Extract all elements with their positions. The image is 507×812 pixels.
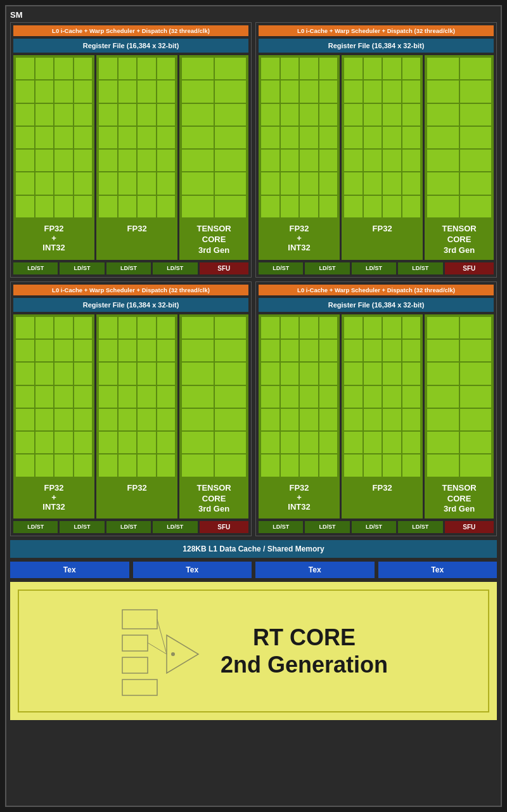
cell: [383, 172, 401, 194]
cell: [281, 432, 299, 453]
rt-core-section: RT CORE 2nd Generation: [10, 582, 497, 720]
fp32-int32-grid-1: [13, 55, 94, 220]
cell: [319, 409, 338, 430]
cell: [261, 432, 279, 453]
ldst-6: LD/ST: [305, 262, 349, 274]
cell: [138, 172, 156, 194]
cell: [55, 150, 73, 171]
cell: [74, 104, 93, 126]
tensor-label-2: TENSORCORE3rd Gen: [425, 220, 494, 260]
cell: [383, 432, 401, 453]
cell: [383, 317, 401, 338]
cell: [300, 172, 318, 194]
cell: [55, 432, 73, 453]
cell: [460, 196, 491, 217]
cell: [281, 196, 299, 217]
cell: [182, 317, 213, 338]
cell: [119, 340, 137, 361]
cell: [74, 81, 93, 102]
cell: [427, 81, 458, 102]
cell: [300, 196, 318, 217]
cell: [344, 58, 363, 79]
cell: [402, 104, 421, 126]
fp32-int32-label-1: FP32+INT32: [13, 220, 94, 256]
cell: [16, 363, 34, 384]
fp32-grid-3: [96, 314, 177, 479]
sfu-4: SFU: [445, 521, 494, 533]
cell: [138, 363, 156, 384]
cuda-cores-2: FP32+INT32 FP32: [259, 55, 494, 260]
cell: [138, 81, 156, 102]
cell: [281, 81, 299, 102]
cell: [74, 172, 93, 194]
cell: [460, 81, 491, 102]
tensor-core-block-4: TENSORCORE3rd Gen: [425, 314, 494, 519]
cell: [99, 150, 117, 171]
cell: [383, 104, 401, 126]
cell: [427, 454, 458, 476]
ldst-16: LD/ST: [398, 521, 442, 533]
cell: [16, 196, 34, 217]
warp-scheduler-bar-4: L0 i-Cache + Warp Scheduler + Dispatch (…: [259, 285, 494, 295]
cell: [119, 386, 137, 408]
svg-line-6: [157, 619, 167, 654]
cell: [74, 127, 93, 148]
cell: [157, 340, 176, 361]
cell: [427, 340, 458, 361]
cell: [364, 150, 382, 171]
cell: [261, 127, 279, 148]
cell: [281, 104, 299, 126]
cell: [261, 363, 279, 384]
quadrant-3: L0 i-Cache + Warp Scheduler + Dispatch (…: [10, 281, 252, 537]
cell: [119, 317, 137, 338]
cell: [215, 317, 246, 338]
cell: [319, 127, 338, 148]
ldst-2: LD/ST: [60, 262, 104, 274]
cell: [16, 386, 34, 408]
cell: [138, 454, 156, 476]
cell: [215, 454, 246, 476]
cell: [364, 432, 382, 453]
cell: [74, 196, 93, 217]
cell: [261, 409, 279, 430]
tex-row: Tex Tex Tex Tex: [10, 562, 497, 578]
cell: [138, 386, 156, 408]
ldst-7: LD/ST: [352, 262, 396, 274]
cell: [16, 58, 34, 79]
cell: [119, 432, 137, 453]
cell: [35, 196, 54, 217]
cell: [157, 127, 176, 148]
cell: [119, 58, 137, 79]
cell: [74, 317, 93, 338]
cell: [74, 386, 93, 408]
fp32-int32-block-4: FP32+INT32: [259, 314, 340, 519]
ldst-1: LD/ST: [13, 262, 58, 274]
fp32-int32-label-4: FP32+INT32: [259, 479, 340, 515]
cell: [364, 386, 382, 408]
cell: [119, 454, 137, 476]
svg-rect-0: [122, 610, 157, 629]
cell: [344, 81, 363, 102]
cell: [427, 363, 458, 384]
rt-core-title-text: RT CORE: [253, 624, 356, 650]
cell: [215, 172, 246, 194]
cell: [74, 432, 93, 453]
sfu-1: SFU: [200, 262, 248, 274]
cell: [427, 386, 458, 408]
fp32-int32-block-1: FP32+INT32: [13, 55, 94, 260]
cell: [383, 454, 401, 476]
tensor-grid-1: [179, 55, 248, 220]
cell: [157, 317, 176, 338]
quadrants-grid: L0 i-Cache + Warp Scheduler + Dispatch (…: [10, 22, 497, 536]
cell: [138, 58, 156, 79]
cell: [35, 386, 54, 408]
cell: [427, 317, 458, 338]
ldst-13: LD/ST: [259, 521, 303, 533]
cell: [182, 363, 213, 384]
cell: [344, 454, 363, 476]
cell: [138, 150, 156, 171]
tensor-label-3: TENSORCORE3rd Gen: [179, 479, 248, 519]
fp32-int32-grid-3: [13, 314, 94, 479]
cell: [182, 104, 213, 126]
fp32-grid-2: [342, 55, 423, 220]
